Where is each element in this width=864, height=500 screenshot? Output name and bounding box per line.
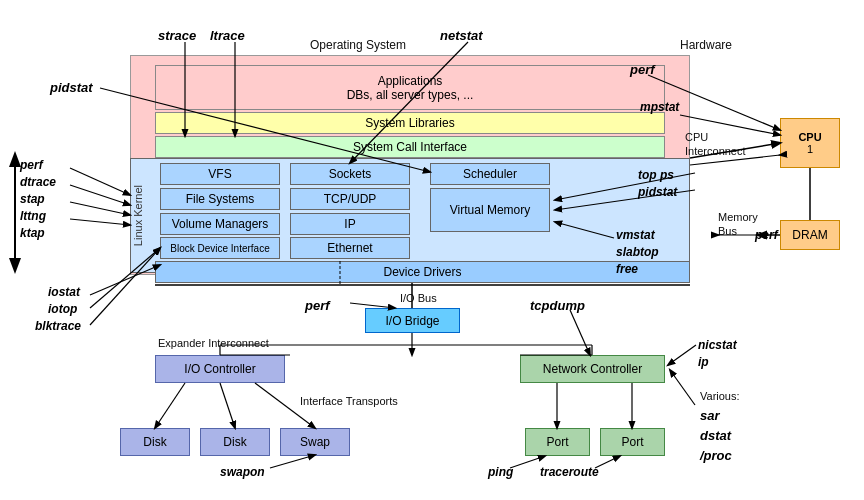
eth-label: Ethernet [327, 241, 372, 255]
iobus-label: I/O Bus [400, 292, 437, 304]
eth-box: Ethernet [290, 237, 410, 259]
ping-label: ping [488, 465, 513, 479]
disk2-box: Disk [200, 428, 270, 456]
swap-label: Swap [300, 435, 330, 449]
ktap-label: ktap [20, 226, 45, 240]
fs-box: File Systems [160, 188, 280, 210]
bdi-box: Block Device Interface [160, 237, 280, 259]
os-section-label: Operating System [310, 38, 406, 52]
blktrace-label: blktrace [35, 319, 81, 333]
cpu-num: 1 [807, 143, 813, 155]
tcp-label: TCP/UDP [324, 192, 377, 206]
diagram: Applications DBs, all server types, ... … [0, 0, 864, 500]
various-label: Various: [700, 390, 740, 402]
lttng-label: lttng [20, 209, 46, 223]
svg-line-44 [670, 370, 695, 405]
proc-label: /proc [700, 448, 732, 463]
expander-label: Expander Interconnect [158, 337, 269, 349]
applications-label: Applications [378, 74, 443, 88]
stap-label: stap [20, 192, 45, 206]
iotop-label: iotop [48, 302, 77, 316]
sockets-box: Sockets [290, 163, 410, 185]
cpu-label: CPU [798, 131, 821, 143]
vol-label: Volume Managers [172, 217, 269, 231]
syslib-label: System Libraries [365, 116, 454, 130]
iftransport-label: Interface Transports [300, 395, 398, 407]
perf-iobus-label: perf [305, 298, 330, 313]
traceroute-label: traceroute [540, 465, 599, 479]
svg-line-29 [570, 310, 590, 355]
iobridge-box: I/O Bridge [365, 308, 460, 333]
dd-box: Device Drivers [155, 261, 690, 283]
iobridge-label: I/O Bridge [385, 314, 439, 328]
port2-label: Port [621, 435, 643, 449]
svg-line-12 [70, 185, 130, 205]
iocontroller-box: I/O Controller [155, 355, 285, 383]
app-layer: Applications DBs, all server types, ... [155, 65, 665, 110]
free-label: free [616, 262, 638, 276]
netstat-label: netstat [440, 28, 483, 43]
dram-label: DRAM [792, 228, 827, 242]
pidstat2-label: pidstat [638, 185, 677, 199]
cpu-box: CPU 1 [780, 118, 840, 168]
vol-box: Volume Managers [160, 213, 280, 235]
vmstat-label: vmstat [616, 228, 655, 242]
netcontroller-label: Network Controller [543, 362, 642, 376]
iocontroller-label: I/O Controller [184, 362, 255, 376]
syslib-layer: System Libraries [155, 112, 665, 134]
dtrace-label: dtrace [20, 175, 56, 189]
vmem-label: Virtual Memory [450, 203, 530, 217]
svg-line-30 [668, 345, 696, 365]
fs-label: File Systems [186, 192, 255, 206]
port1-label: Port [546, 435, 568, 449]
mpstat-label: mpstat [640, 100, 679, 114]
svg-line-14 [70, 219, 130, 225]
scheduler-box: Scheduler [430, 163, 550, 185]
dbs-label: DBs, all server types, ... [347, 88, 474, 102]
ip-label: IP [344, 217, 355, 231]
port2-box: Port [600, 428, 665, 456]
tcp-box: TCP/UDP [290, 188, 410, 210]
pidstat-label: pidstat [50, 80, 93, 95]
perf-membus-label: perf [755, 228, 778, 242]
vfs-box: VFS [160, 163, 280, 185]
slabtop-label: slabtop [616, 245, 659, 259]
disk2-label: Disk [223, 435, 246, 449]
syscall-layer: System Call Interface [155, 136, 665, 158]
dd-label: Device Drivers [383, 265, 461, 279]
scheduler-label: Scheduler [463, 167, 517, 181]
syscall-label: System Call Interface [353, 140, 467, 154]
svg-line-32 [220, 383, 235, 428]
port1-box: Port [525, 428, 590, 456]
ip-tool-label: ip [698, 355, 709, 369]
svg-line-13 [70, 202, 130, 215]
topps-label: top ps [638, 168, 674, 182]
nicstat-label: nicstat [698, 338, 737, 352]
swap-box: Swap [280, 428, 350, 456]
bdi-label: Block Device Interface [170, 243, 270, 254]
dstat-label: dstat [700, 428, 731, 443]
tcpdump-label: tcpdump [530, 298, 585, 313]
netcontroller-box: Network Controller [520, 355, 665, 383]
hw-section-label: Hardware [680, 38, 732, 52]
vfs-label: VFS [208, 167, 231, 181]
swapon-label: swapon [220, 465, 265, 479]
svg-line-11 [70, 168, 130, 195]
iostat-label: iostat [48, 285, 80, 299]
strace-label: strace [158, 28, 196, 43]
vmem-box: Virtual Memory [430, 188, 550, 232]
disk1-box: Disk [120, 428, 190, 456]
dram-box: DRAM [780, 220, 840, 250]
perf-right-label: perf [630, 62, 655, 77]
kernel-label: Linux Kernel [132, 185, 144, 246]
svg-line-34 [270, 455, 315, 468]
memory-bus-label: MemoryBus [718, 210, 758, 239]
svg-line-31 [155, 383, 185, 428]
ltrace-label: ltrace [210, 28, 245, 43]
perf-left-label: perf [20, 158, 43, 172]
disk1-label: Disk [143, 435, 166, 449]
sar-label: sar [700, 408, 720, 423]
sockets-label: Sockets [329, 167, 372, 181]
cpu-interconnect-label: CPUInterconnect [685, 130, 746, 159]
ip-box: IP [290, 213, 410, 235]
